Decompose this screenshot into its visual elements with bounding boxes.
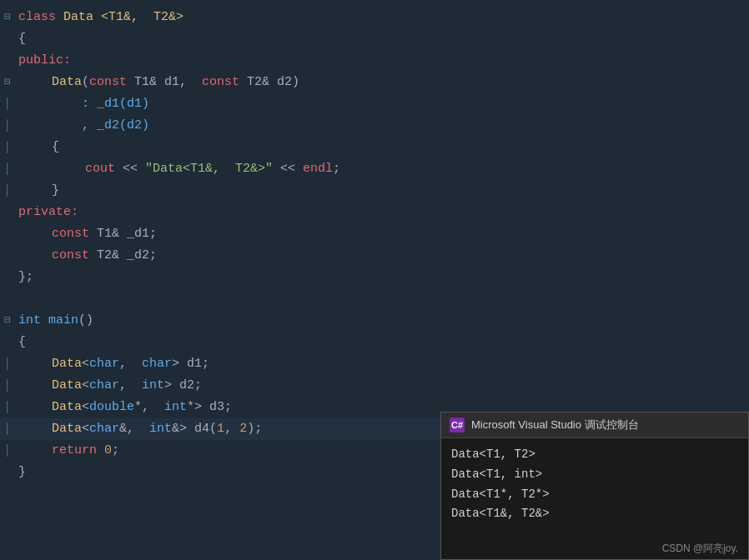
token: d1;: [179, 357, 209, 371]
code-line: │Data<char, char> d1;: [0, 353, 749, 375]
code-line: };: [0, 267, 749, 288]
token: }: [52, 183, 59, 198]
code-line: │ : _d1(d1): [0, 93, 749, 115]
token: >: [164, 378, 172, 392]
console-output-line: Data<T1&, T2&>: [451, 504, 738, 524]
token: class: [18, 10, 56, 24]
code-line: │}: [0, 180, 749, 202]
code-tokens: const T1& _d1;: [15, 224, 157, 244]
token: <<: [115, 162, 145, 176]
token: private:: [18, 205, 78, 219]
token: <: [82, 422, 89, 436]
code-line: public:: [0, 50, 749, 72]
code-line: │{: [0, 137, 749, 158]
token: ,: [119, 357, 142, 371]
token: main: [48, 313, 78, 328]
token: <: [82, 400, 89, 414]
token: {: [52, 140, 59, 154]
token: >: [194, 400, 202, 414]
vs-icon: C#: [450, 418, 465, 432]
token: }: [18, 465, 26, 479]
token: [97, 443, 104, 458]
token: , _d2(d2): [52, 118, 149, 132]
token: (: [82, 75, 89, 89]
code-line: const T1& _d1;: [0, 223, 749, 245]
code-line: │Data<char, int> d2;: [0, 375, 749, 397]
token: Data: [52, 378, 82, 392]
token: const: [89, 75, 127, 89]
token: [56, 10, 63, 24]
token: ,: [224, 422, 239, 436]
gutter-marker: │: [0, 442, 15, 460]
token: int: [18, 313, 41, 328]
token: Data: [63, 10, 93, 24]
code-line: │cout << "Data<T1&, T2&>" << endl;: [0, 158, 749, 180]
token: T2& _d2;: [89, 248, 157, 262]
code-tokens: Data<double*, int*> d3;: [15, 398, 232, 418]
token: Data: [52, 357, 82, 371]
code-line: ⊟Data(const T1& d1, const T2& d2): [0, 72, 749, 93]
code-tokens: {: [15, 29, 26, 49]
code-tokens: return 0;: [15, 441, 119, 461]
token: const: [52, 248, 89, 262]
token: {: [18, 335, 26, 349]
token: (): [78, 313, 93, 328]
token: d2;: [172, 378, 202, 392]
token: 1: [217, 422, 224, 436]
code-line: ⊟class Data <T1&, T2&>: [0, 7, 749, 28]
token: >: [172, 357, 179, 371]
code-line: ⊟int main(): [0, 310, 749, 332]
token: d4(: [187, 422, 217, 436]
gutter-marker: ⊟: [0, 9, 15, 27]
token: 0: [104, 443, 112, 458]
token: char: [89, 378, 119, 392]
token: );: [247, 422, 262, 436]
code-tokens: public:: [15, 51, 71, 71]
code-tokens: private:: [15, 202, 78, 222]
code-tokens: }: [15, 181, 59, 201]
code-tokens: int main(): [15, 311, 93, 331]
code-line: private:: [0, 202, 749, 223]
token: ,: [119, 378, 142, 392]
gutter-marker: ⊟: [0, 312, 15, 330]
token: T1& _d1;: [89, 227, 157, 241]
code-tokens: {: [15, 138, 59, 158]
token: "Data<T1&, T2&>": [145, 162, 273, 176]
token: int: [164, 400, 187, 414]
token: <T1&, T2&>: [93, 10, 183, 24]
console-output-line: Data<T1*, T2*>: [451, 485, 738, 505]
token: char: [89, 357, 119, 371]
token: *: [187, 400, 194, 414]
token: {: [18, 32, 26, 46]
console-body: Data<T1, T2>Data<T1, int>Data<T1*, T2*>D…: [441, 438, 748, 538]
code-line: {: [0, 28, 749, 50]
gutter-marker: │: [0, 118, 15, 135]
token: cout: [85, 162, 115, 176]
code-tokens: Data<char, char> d1;: [15, 354, 209, 374]
code-tokens: const T2& _d2;: [15, 246, 157, 266]
gutter-marker: │: [0, 378, 15, 395]
token: };: [18, 270, 33, 284]
code-tokens: , _d2(d2): [15, 116, 149, 136]
token: [41, 313, 48, 328]
token: <<: [273, 162, 303, 176]
token: endl: [303, 162, 333, 176]
token: int: [142, 378, 164, 392]
gutter-marker: │: [0, 399, 15, 417]
gutter-marker: │: [0, 356, 15, 373]
code-tokens: {: [15, 332, 26, 352]
token: const: [202, 75, 239, 89]
token: 2: [239, 422, 247, 436]
token: double: [89, 400, 134, 414]
token: ;: [112, 443, 119, 458]
token: char: [142, 357, 172, 371]
gutter-marker: ⊟: [0, 74, 15, 92]
code-line: const T2& _d2;: [0, 245, 749, 267]
token: <: [82, 378, 89, 392]
gutter-marker: │: [0, 161, 15, 178]
code-tokens: cout << "Data<T1&, T2&>" << endl;: [15, 159, 340, 179]
token: Data: [52, 75, 82, 89]
code-tokens: Data<char&, int&> d4(1, 2);: [15, 419, 262, 439]
token: <: [82, 357, 89, 371]
code-tokens: : _d1(d1): [15, 94, 149, 114]
